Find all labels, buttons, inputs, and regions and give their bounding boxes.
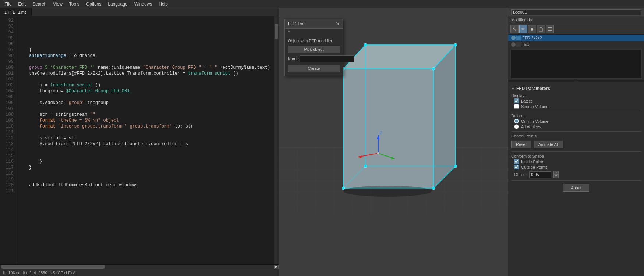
ffd-name-row: Name (288, 55, 340, 62)
offset-up-btn[interactable]: ▲ (553, 171, 559, 175)
code-editor: 1 FFD_1.ms 92 93 94 95 96 97 98 99 100 1… (0, 8, 279, 276)
offset-input[interactable] (529, 171, 551, 178)
menu-view[interactable]: View (50, 1, 66, 7)
only-in-volume-radio[interactable] (514, 119, 519, 123)
lattice-label: Lattice (521, 99, 533, 103)
mod-tool-cursor-btn[interactable]: ↖ (510, 25, 519, 33)
mod-tool-hierarchy-btn[interactable]: ⧫ (528, 25, 536, 33)
modifier-preview-area (510, 49, 642, 79)
about-btn[interactable]: About (563, 184, 589, 192)
control-points-label: Control Points: (511, 134, 641, 138)
svg-text:Z: Z (380, 130, 382, 135)
ffd-pick-object-btn[interactable]: Pick object (288, 46, 340, 53)
svg-point-47 (343, 186, 432, 197)
svg-rect-48 (539, 28, 543, 31)
line-numbers: 92 93 94 95 96 97 98 99 100 101 102 103 … (0, 16, 15, 264)
modifier-item-box[interactable]: Box (508, 41, 644, 48)
outside-points-label: Outside Points (521, 165, 548, 169)
ffd-params-title[interactable]: ▼ FFD Parameters (511, 86, 641, 91)
modifier-type-icon (516, 36, 521, 40)
conform-divider (511, 151, 641, 152)
modifier-stack: FFD 2x2x2 Box (508, 35, 644, 48)
code-area: 92 93 94 95 96 97 98 99 100 101 102 103 … (0, 16, 279, 264)
object-name-input[interactable] (511, 9, 641, 15)
source-volume-label: Source Volume (521, 104, 549, 109)
menu-file[interactable]: File (1, 1, 14, 7)
ffd-name-input[interactable] (300, 55, 354, 62)
modifier-item-ffd[interactable]: FFD 2x2x2 (508, 35, 644, 41)
scrollbar-vertical[interactable] (274, 16, 279, 264)
menu-windows[interactable]: Windows (131, 1, 155, 7)
modifier-eye-icon[interactable] (511, 36, 516, 40)
modifier-toolbar: ↖ ✏ ⧫ (508, 24, 644, 35)
right-panel: Modifier List ↖ ✏ ⧫ FFD 2x2x2 (508, 8, 644, 276)
scroll-right-btn[interactable]: ▶ (274, 265, 279, 269)
status-text: li= 106 co=9 offset=2850 INS (CR+LF) A (3, 270, 75, 275)
ffd-params-title-text: FFD Parameters (516, 86, 550, 91)
inside-points-label: Inside Points (521, 159, 544, 164)
scrollbar-thumb-vertical[interactable] (275, 24, 278, 39)
inside-points-checkbox[interactable] (514, 159, 519, 164)
modifier-list-label: Modifier List (508, 16, 644, 24)
menu-language[interactable]: Language (105, 1, 130, 7)
object-name-bar (508, 8, 644, 16)
svg-rect-52 (548, 27, 552, 28)
menu-tools[interactable]: Tools (66, 1, 82, 7)
control-points-btn-row: Reset Animate All (511, 140, 641, 149)
menu-search[interactable]: Search (29, 1, 49, 7)
ffd-dialog-body: Object with FFD modifier Pick object Nam… (285, 34, 343, 76)
menu-options[interactable]: Options (83, 1, 104, 7)
ffd-dialog-title-text: FFD Tool (288, 21, 305, 26)
about-divider (511, 180, 641, 181)
ffd-dialog: FFD Tool ✕ ▼ Object with FFD modifier Pi… (284, 19, 343, 76)
scrollbar-horizontal[interactable]: ▶ (0, 264, 279, 269)
editor-tab-bar: 1 FFD_1.ms (0, 8, 279, 16)
offset-row: Offset : ▲ ▼ (511, 171, 641, 178)
inside-points-row: Inside Points (511, 159, 641, 164)
offset-down-btn[interactable]: ▼ (553, 175, 559, 178)
all-vertices-row: All Vertices (511, 124, 641, 129)
ffd-params-collapse-icon[interactable]: ▼ (511, 87, 515, 91)
main-area: 1 FFD_1.ms 92 93 94 95 96 97 98 99 100 1… (0, 8, 644, 276)
modifier-type-icon-box (516, 42, 521, 47)
status-bar: li= 106 co=9 offset=2850 INS (CR+LF) A (0, 269, 279, 276)
mod-tool-edit-btn[interactable]: ✏ (519, 25, 527, 33)
menu-bar: File Edit Search View Tools Options Lang… (0, 0, 644, 8)
only-in-volume-label: Only In Volume (521, 119, 549, 123)
ffd-dialog-close-btn[interactable]: ✕ (336, 21, 340, 27)
reset-btn[interactable]: Reset (511, 141, 531, 148)
ffd-section-label: Object with FFD modifier (288, 39, 340, 43)
svg-rect-53 (548, 29, 552, 29)
conform-label: Conform to Shape (511, 154, 641, 158)
ffd-create-btn[interactable]: Create (288, 65, 340, 72)
lattice-checkbox[interactable] (514, 98, 519, 103)
viewport[interactable]: Z FFD Tool ✕ ▼ Object with FFD mo (279, 8, 508, 276)
display-label: Display: (511, 93, 641, 98)
modifier-box-label: Box (522, 42, 529, 47)
animate-all-btn[interactable]: Animate All (534, 141, 563, 148)
all-vertices-radio[interactable] (514, 124, 519, 129)
ffd-drag-handle[interactable]: ▼ (285, 29, 343, 34)
outside-points-row: Outside Points (511, 165, 641, 169)
deform-label: Deform: (511, 114, 641, 118)
source-volume-checkbox[interactable] (514, 104, 519, 109)
mod-tool-properties-btn[interactable] (546, 25, 554, 33)
menu-help[interactable]: Help (156, 1, 171, 7)
mod-tool-delete-btn[interactable] (537, 25, 545, 33)
menu-edit[interactable]: Edit (15, 1, 29, 7)
scrollbar-thumb-horizontal[interactable] (1, 265, 105, 269)
ffd-dialog-title[interactable]: FFD Tool ✕ (285, 19, 343, 29)
modifier-eye-icon-box[interactable] (511, 42, 516, 47)
all-vertices-label: All Vertices (521, 125, 541, 129)
only-in-volume-row: Only In Volume (511, 119, 641, 123)
deform-divider (511, 111, 641, 111)
svg-rect-54 (548, 30, 552, 31)
svg-point-46 (377, 152, 379, 154)
offset-spinner: ▲ ▼ (553, 171, 559, 178)
editor-tab-ffd[interactable]: 1 FFD_1.ms (0, 8, 32, 16)
control-points-divider (511, 131, 641, 132)
outside-points-checkbox[interactable] (514, 165, 519, 169)
offset-label: Offset : (514, 172, 527, 177)
ffd-name-label: Name (288, 57, 298, 61)
code-content[interactable]: } animationrange = oldrange group $'*Cha… (15, 16, 274, 264)
